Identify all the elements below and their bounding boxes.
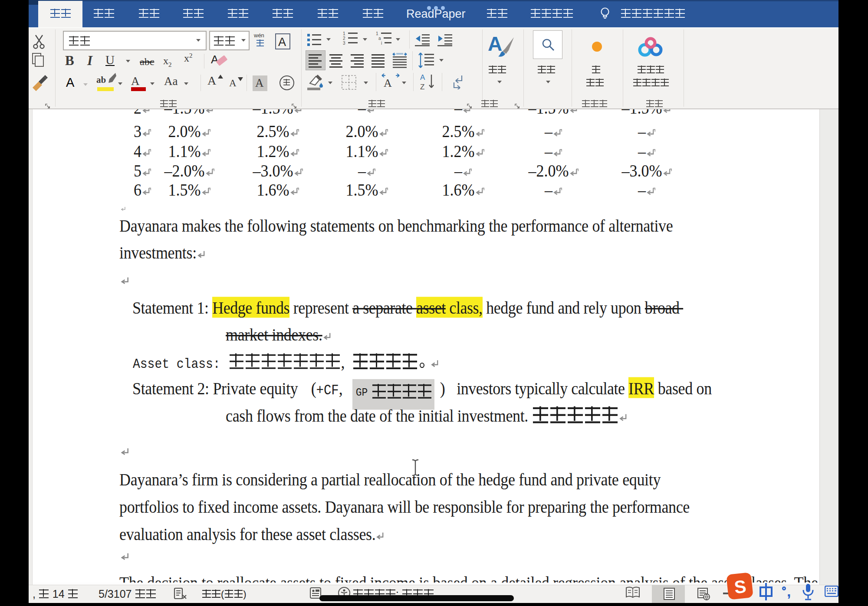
svg-text:Z: Z [420,83,424,91]
svg-text:A: A [420,73,425,82]
